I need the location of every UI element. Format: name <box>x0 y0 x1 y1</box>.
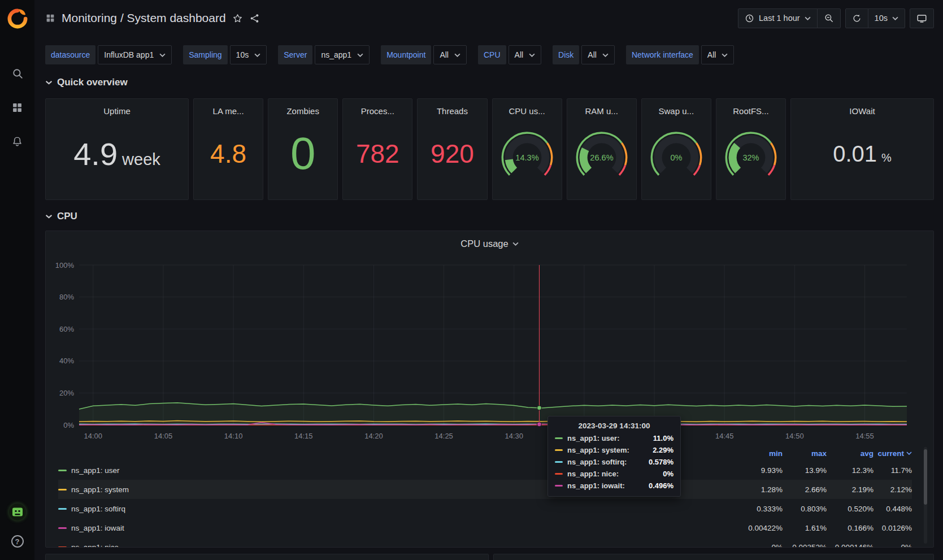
variable-label: Server <box>278 45 312 64</box>
section-quick-overview[interactable]: Quick overview <box>45 77 934 88</box>
svg-text:14:15: 14:15 <box>294 432 313 440</box>
panel-title[interactable]: RAM u... <box>567 99 636 116</box>
legend-scrollbar-thumb[interactable] <box>924 449 927 505</box>
stat-panel-iowait: IOWait0.01% <box>790 98 934 200</box>
chevron-down-icon <box>722 53 728 57</box>
panel-title[interactable]: Threads <box>418 99 486 116</box>
legend-min-value: 0% <box>737 543 783 548</box>
help-icon[interactable]: ? <box>11 535 24 548</box>
legend-series-name[interactable]: ns_app1: user <box>71 466 120 475</box>
legend-avg-value: 2.19% <box>827 485 874 494</box>
variable-value-dropdown[interactable]: All <box>701 45 735 64</box>
legend-avg-value: 0.166% <box>827 524 874 532</box>
variable-value-dropdown[interactable]: All <box>581 45 615 64</box>
legend-sort-min[interactable]: min <box>737 449 783 458</box>
panel-title[interactable]: Uptime <box>46 99 188 116</box>
legend-sort-max[interactable]: max <box>783 449 827 458</box>
series-color-swatch <box>58 527 67 529</box>
tooltip-series-value: 2.29% <box>653 446 673 454</box>
star-icon[interactable] <box>232 13 243 24</box>
series-color-swatch <box>58 470 67 471</box>
legend-current-value: 0.448% <box>874 505 912 513</box>
legend-min-value: 0.00422% <box>737 524 783 532</box>
stat-panel-ram-u: RAM u...26.6% <box>567 98 637 200</box>
grafana-logo-icon[interactable] <box>6 7 29 30</box>
dashboard-squares-icon[interactable] <box>45 13 55 23</box>
panel-title-cpu-usage[interactable]: CPU usage <box>46 231 933 256</box>
panel-title[interactable]: IOWait <box>791 99 933 116</box>
chart-tooltip: 2023-03-29 14:31:00 ns_app1: user:11.0%n… <box>547 416 681 497</box>
series-color-swatch <box>555 437 563 439</box>
refresh-interval-label: 10s <box>875 14 888 23</box>
variables-bar: datasourceInfluxDB app1Sampling10sServer… <box>45 45 934 64</box>
section-cpu[interactable]: CPU <box>45 211 934 222</box>
stat-panel-cpu-us: CPU us...14.3% <box>492 98 562 200</box>
user-avatar-icon[interactable] <box>9 503 26 520</box>
refresh-interval-dropdown[interactable]: 10s <box>868 8 905 28</box>
variable-label: Mountpoint <box>381 45 431 64</box>
zoom-out-time-button[interactable] <box>817 8 841 28</box>
svg-text:0%: 0% <box>63 421 74 429</box>
legend-series-name[interactable]: ns_app1: iowait <box>71 524 124 532</box>
stat-value: 0.01% <box>791 116 933 199</box>
stat-number: 4.8 <box>210 138 246 169</box>
time-range-picker[interactable]: Last 1 hour <box>738 8 818 28</box>
chevron-down-icon <box>805 16 811 20</box>
refresh-button[interactable] <box>845 8 868 28</box>
legend-series-name[interactable]: ns_app1: system <box>71 485 129 494</box>
share-icon[interactable] <box>249 13 260 24</box>
stats-row: Uptime4.9weekLA me...4.8Zombies0Proces..… <box>45 98 934 200</box>
legend-series-name[interactable]: ns_app1: nice <box>71 543 119 548</box>
gauge-value-label: 26.6% <box>590 153 613 162</box>
panel-title-text: CPU usage <box>460 238 508 249</box>
chevron-down-icon <box>159 53 166 57</box>
legend: minmaxavgcurrent ns_app1: user9.93%13.9%… <box>46 446 933 548</box>
legend-row: ns_app1: user9.93%13.9%12.3%11.7% <box>58 461 912 480</box>
panel-title[interactable]: LA me... <box>194 99 263 116</box>
svg-text:14:25: 14:25 <box>434 432 453 440</box>
tv-kiosk-button[interactable] <box>910 8 934 28</box>
variable-current-value: 10s <box>236 50 249 59</box>
variable-label: Network interface <box>626 45 699 64</box>
tooltip-series-value: 0.578% <box>649 458 673 466</box>
variable-label: datasource <box>45 45 95 64</box>
dashboard-header: Monitoring / System dashboard Last 1 hou… <box>45 0 934 36</box>
legend-avg-value: 0.000146% <box>827 543 874 548</box>
section-title: Quick overview <box>57 77 128 88</box>
series-color-swatch <box>58 489 67 490</box>
dashboards-grid-icon[interactable] <box>10 100 25 115</box>
legend-series-name[interactable]: ns_app1: softirq <box>71 505 125 513</box>
svg-text:14:05: 14:05 <box>154 432 173 440</box>
stat-value: 4.8 <box>194 116 263 199</box>
panel-title[interactable]: Proces... <box>343 99 412 116</box>
chevron-down-icon <box>454 53 460 57</box>
variable-value-dropdown[interactable]: All <box>509 45 542 64</box>
panel-title[interactable]: RootFS... <box>716 99 785 116</box>
cpu-usage-chart[interactable]: 0%20%40%60%80%100%14:0014:0514:1014:1514… <box>46 256 933 446</box>
sidebar-bottom: ? <box>9 503 26 548</box>
stat-value: 0 <box>268 116 337 199</box>
variable-value-dropdown[interactable]: ns_app1 <box>315 45 370 64</box>
series-color-swatch <box>555 449 563 451</box>
legend-min-value: 1.28% <box>737 485 783 494</box>
tooltip-rows: ns_app1: user:11.0%ns_app1: system:2.29%… <box>555 434 673 490</box>
variable-cpu: CPUAll <box>478 45 541 64</box>
search-icon[interactable] <box>10 66 25 81</box>
variable-value-dropdown[interactable]: InfluxDB app1 <box>98 45 172 64</box>
variable-value-dropdown[interactable]: 10s <box>230 45 267 64</box>
gauge-value-label: 14.3% <box>515 153 538 162</box>
variable-value-dropdown[interactable]: All <box>433 45 467 64</box>
stat-number: 782 <box>356 138 399 169</box>
tooltip-timestamp: 2023-03-29 14:31:00 <box>555 422 673 430</box>
tooltip-series-name: ns_app1: user: <box>567 434 619 442</box>
panel-title[interactable]: Swap u... <box>642 99 711 116</box>
alerting-bell-icon[interactable] <box>10 134 25 149</box>
panel-title[interactable]: CPU us... <box>493 99 562 116</box>
legend-sort-current[interactable]: current <box>874 449 912 458</box>
svg-text:80%: 80% <box>59 293 74 301</box>
series-color-swatch <box>555 461 563 463</box>
panel-stub-right <box>493 554 934 560</box>
refresh-icon <box>852 14 862 23</box>
panel-title[interactable]: Zombies <box>268 99 337 116</box>
legend-sort-avg[interactable]: avg <box>827 449 874 458</box>
